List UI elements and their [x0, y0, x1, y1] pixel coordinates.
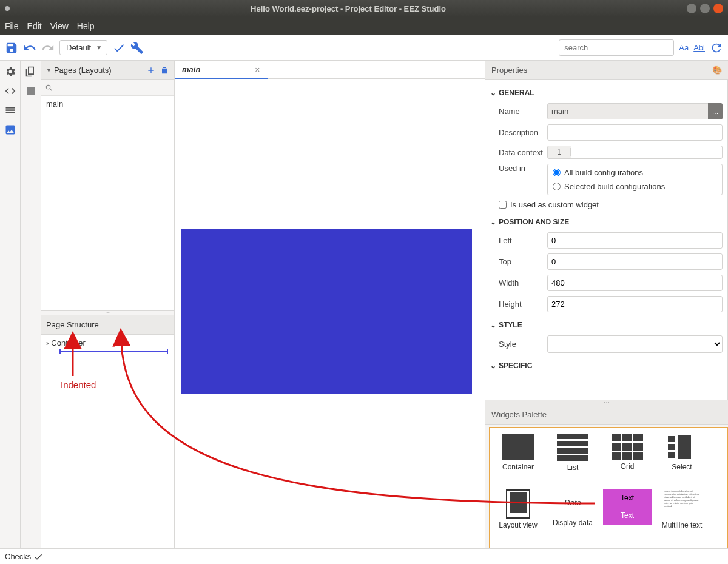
menu-view[interactable]: View [50, 21, 69, 31]
canvas-tabs: main × [175, 61, 485, 79]
minimize-button[interactable] [687, 4, 696, 13]
gear-icon[interactable] [4, 65, 16, 78]
left-panel: ▼ Pages (Layouts) main ⋯ Page Structure … [41, 61, 175, 548]
code-icon[interactable] [4, 85, 16, 97]
widget-select[interactable]: Select [656, 432, 708, 486]
maximize-button[interactable] [700, 4, 710, 13]
menu-file[interactable]: File [5, 21, 19, 31]
panel-splitter[interactable]: ⋯ [41, 310, 174, 315]
widget-display-data[interactable]: DataDisplay data [547, 488, 599, 543]
page-preview[interactable] [181, 229, 472, 394]
canvas-area: main × [175, 61, 485, 548]
canvas-viewport[interactable] [175, 79, 485, 548]
input-height[interactable] [547, 296, 723, 312]
radio-all-configs[interactable]: All build configurations [553, 168, 717, 177]
titlebar-dot [5, 6, 10, 11]
svg-rect-2 [5, 112, 15, 114]
toolbar: Default ▼ Aa Abl [0, 35, 728, 61]
save-icon[interactable] [5, 41, 18, 55]
window-title: Hello World.eez-project - Project Editor… [13, 4, 683, 13]
chevron-down-icon: ⌄ [490, 218, 496, 226]
section-style[interactable]: ⌄STYLE [490, 317, 723, 333]
section-position[interactable]: ⌄POSITION AND SIZE [490, 214, 723, 230]
check-icon[interactable] [112, 41, 126, 55]
status-checks-label[interactable]: Checks [5, 552, 31, 561]
config-select[interactable]: Default ▼ [59, 40, 107, 55]
close-window-button[interactable] [713, 4, 723, 13]
titlebar: Hello World.eez-project - Project Editor… [0, 0, 728, 17]
delete-page-icon[interactable] [160, 65, 169, 75]
label-used-in: Used in [499, 164, 547, 173]
redo-icon[interactable] [41, 41, 55, 55]
label-left: Left [499, 236, 547, 245]
input-width[interactable] [547, 275, 723, 291]
config-label: Default [66, 43, 91, 52]
input-left[interactable] [547, 232, 723, 249]
search-input[interactable] [559, 39, 674, 56]
image-icon[interactable] [4, 124, 16, 136]
svg-rect-0 [5, 107, 15, 109]
whole-word-toggle[interactable]: Abl [693, 43, 705, 52]
input-name[interactable]: main [547, 103, 710, 119]
properties-header: Properties 🎨 [485, 61, 728, 80]
match-case-toggle[interactable]: Aa [679, 43, 689, 52]
right-panel: Properties 🎨 ⌄GENERAL Name main … Descri… [485, 61, 728, 548]
widget-container[interactable]: Container [492, 432, 544, 486]
line-number: 1 [548, 148, 571, 156]
search-icon [45, 84, 53, 92]
caret-down-icon: ▼ [96, 44, 102, 51]
checkbox-custom-widget[interactable] [499, 201, 507, 209]
used-in-group: All build configurations Selected build … [547, 164, 723, 195]
check-icon [33, 552, 43, 562]
pages-panel-title: Pages (Layouts) [54, 65, 143, 75]
refresh-icon[interactable] [710, 41, 723, 55]
statusbar: Checks [0, 548, 728, 564]
menu-help[interactable]: Help [77, 21, 95, 31]
widget-text[interactable]: TextText [601, 488, 653, 543]
page-list-item[interactable]: main [41, 96, 174, 112]
menu-edit[interactable]: Edit [27, 21, 42, 31]
label-name: Name [499, 107, 547, 116]
chevron-right-icon: › [46, 338, 49, 347]
label-custom-widget: Is used as custom widget [510, 200, 599, 209]
structure-item-label: Container [51, 338, 85, 347]
properties-body: ⌄GENERAL Name main … Description Data co… [485, 80, 728, 400]
tab-label: main [182, 65, 200, 74]
layers-rail-icon[interactable] [25, 85, 37, 97]
right-splitter[interactable]: ⋯ [485, 400, 728, 405]
palette-title: Widgets Palette [491, 410, 547, 419]
select-style[interactable] [547, 335, 723, 353]
chevron-down-icon: ⌄ [490, 361, 496, 370]
palette-header: Widgets Palette [485, 405, 728, 425]
input-top[interactable] [547, 253, 723, 270]
input-data-context[interactable]: 1 [547, 146, 723, 159]
tab-close-icon[interactable]: × [255, 65, 260, 75]
pages-search[interactable] [41, 80, 174, 96]
svg-rect-3 [27, 87, 35, 95]
widget-multiline-text[interactable]: Lorem ipsum dolor sit amet consectetur a… [656, 488, 708, 543]
menubar: File Edit View Help [0, 17, 728, 35]
wrench-icon[interactable] [130, 41, 144, 55]
name-more-button[interactable]: … [708, 103, 723, 119]
widget-list[interactable]: List [547, 432, 599, 486]
widget-layout-view[interactable]: Layout view [492, 488, 544, 543]
section-specific[interactable]: ⌄SPECIFIC [490, 358, 723, 374]
label-style: Style [499, 340, 547, 349]
structure-item-container[interactable]: › Container [41, 335, 174, 351]
section-general[interactable]: ⌄GENERAL [490, 85, 723, 101]
label-top: Top [499, 257, 547, 266]
add-page-icon[interactable] [146, 65, 156, 75]
storage-icon[interactable] [4, 104, 16, 116]
structure-panel-header: Page Structure [41, 315, 174, 335]
canvas-tab-main[interactable]: main × [175, 61, 268, 78]
pages-panel-header: ▼ Pages (Layouts) [41, 61, 174, 80]
palette-icon[interactable]: 🎨 [712, 65, 722, 75]
pages-rail-icon[interactable] [25, 65, 37, 78]
radio-selected-configs[interactable]: Selected build configurations [553, 182, 717, 191]
structure-panel-title: Page Structure [46, 320, 99, 329]
widget-grid[interactable]: Grid [601, 432, 653, 486]
undo-icon[interactable] [23, 41, 36, 55]
drop-indicator [59, 351, 168, 352]
chevron-down-icon: ⌄ [490, 89, 496, 97]
input-description[interactable] [547, 124, 723, 141]
